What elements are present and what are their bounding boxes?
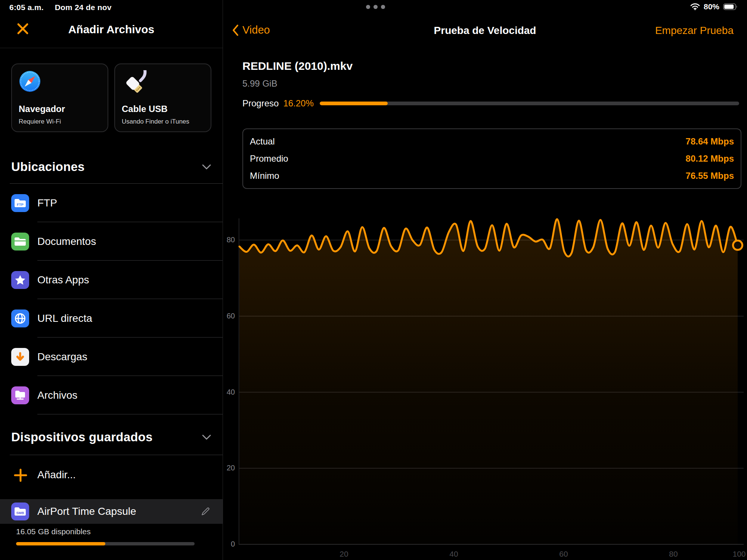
globe-icon	[11, 309, 29, 327]
multitask-dots-icon[interactable]	[366, 5, 385, 9]
y-tick-label: 40	[217, 388, 235, 396]
header-divider	[0, 48, 223, 48]
usb-cable-icon	[122, 70, 153, 102]
ftp-folder-icon: FTP	[11, 194, 29, 212]
stat-row-actual: Actual 78.64 Mbps	[243, 133, 741, 150]
section-ubicaciones[interactable]: Ubicaciones	[11, 160, 211, 174]
pencil-icon[interactable]	[200, 506, 211, 517]
card-title: Navegador	[19, 104, 65, 114]
speed-chart: 020406080 20406080100	[239, 209, 744, 560]
file-name: REDLINE (2010).mkv	[242, 60, 353, 72]
y-tick-label: 60	[217, 312, 235, 320]
progress-percent: 16.20%	[283, 98, 313, 109]
storage-bar	[16, 542, 195, 545]
list-item-ftp[interactable]: FTP FTP	[0, 184, 223, 222]
locations-list: FTP FTP Documentos Otras Apps	[0, 184, 223, 414]
y-tick-label: 20	[217, 464, 235, 472]
add-device-row[interactable]: Añadir...	[0, 456, 223, 494]
wifi-icon	[690, 3, 700, 10]
stat-label: Promedio	[250, 153, 288, 164]
y-tick-label: 0	[217, 540, 235, 548]
svg-text:FTP: FTP	[17, 202, 24, 206]
battery-percent: 80%	[704, 2, 719, 11]
chart-area-fill	[239, 219, 738, 544]
speed-chart-svg	[239, 209, 744, 560]
stat-value: 80.12 Mbps	[686, 153, 734, 164]
section-title: Ubicaciones	[11, 160, 85, 174]
svg-text:SMB: SMB	[16, 511, 24, 515]
progress-label: Progreso	[242, 98, 279, 109]
chevron-down-icon	[202, 164, 211, 170]
star-icon	[11, 271, 29, 289]
list-item-label: URL directa	[37, 312, 92, 324]
speed-stats-card: Actual 78.64 Mbps Promedio 80.12 Mbps Mí…	[242, 128, 741, 189]
saved-device-row[interactable]: SMB AirPort Time Capsule	[0, 499, 223, 524]
add-device-label: Añadir...	[37, 469, 76, 481]
stat-label: Actual	[250, 136, 275, 147]
x-tick-label: 40	[443, 550, 465, 559]
list-item-otras-apps[interactable]: Otras Apps	[0, 261, 223, 299]
section-title: Dispositivos guardados	[11, 430, 152, 444]
card-subtitle: Usando Finder o iTunes	[122, 118, 189, 125]
start-test-button[interactable]: Empezar Prueba	[655, 25, 734, 37]
status-bar-left: 6:05 a.m.Dom 24 de nov	[9, 3, 123, 12]
list-item-label: Otras Apps	[37, 274, 89, 286]
x-tick-label: 20	[333, 550, 355, 559]
list-item-documentos[interactable]: Documentos	[0, 222, 223, 261]
list-item-label: Archivos	[37, 389, 77, 401]
battery-icon	[723, 3, 738, 10]
network-folder-icon	[11, 386, 29, 404]
section-divider	[10, 455, 223, 455]
x-tick-label: 60	[552, 550, 575, 559]
add-files-panel: 6:05 a.m.Dom 24 de nov Añadir Archivos N…	[0, 0, 223, 560]
status-bar-right: 80%	[690, 2, 738, 11]
stat-value: 76.55 Mbps	[686, 171, 734, 181]
smb-folder-icon: SMB	[11, 503, 29, 520]
section-dispositivos-guardados[interactable]: Dispositivos guardados	[11, 430, 211, 444]
download-arrow-icon	[11, 348, 29, 366]
list-item-label: Descargas	[37, 351, 87, 363]
plus-icon	[13, 468, 28, 482]
x-tick-label: 100	[728, 550, 747, 559]
transfer-progress: Progreso 16.20%	[242, 98, 739, 109]
stat-value: 78.64 Mbps	[686, 136, 734, 147]
list-item-label: FTP	[37, 197, 57, 209]
date: Dom 24 de nov	[55, 3, 112, 12]
progress-bar-fill	[320, 102, 388, 105]
list-item-archivos[interactable]: Archivos	[0, 376, 223, 414]
list-item-url-directa[interactable]: URL directa	[0, 299, 223, 337]
card-subtitle: Requiere Wi-Fi	[19, 118, 61, 125]
clock: 6:05 a.m.	[9, 3, 44, 12]
card-title: Cable USB	[122, 104, 168, 114]
device-name: AirPort Time Capsule	[37, 505, 136, 517]
list-item-label: Documentos	[37, 236, 96, 248]
speed-test-panel: 80% Video Prueba de Velocidad Empezar Pr…	[223, 0, 747, 560]
y-tick-label: 80	[217, 236, 235, 244]
x-tick-label: 80	[662, 550, 685, 559]
row-separator	[37, 414, 223, 414]
browser-card[interactable]: Navegador Requiere Wi-Fi	[11, 63, 108, 132]
progress-bar	[320, 102, 739, 105]
storage-bar-fill	[16, 542, 105, 545]
chart-end-marker-icon	[733, 240, 743, 250]
nav-bar: Video Prueba de Velocidad Empezar Prueba	[223, 22, 747, 41]
safari-icon	[19, 70, 41, 93]
documents-folder-icon	[11, 233, 29, 251]
page-title: Añadir Archivos	[0, 23, 223, 36]
chevron-down-icon	[202, 434, 211, 440]
usb-cable-card[interactable]: Cable USB Usando Finder o iTunes	[114, 63, 211, 132]
transfer-method-cards: Navegador Requiere Wi-Fi Cable USB Usand…	[11, 63, 211, 132]
storage-available-text: 16.05 GB disponibles	[16, 527, 207, 536]
list-item-descargas[interactable]: Descargas	[0, 337, 223, 376]
file-size: 5.99 GiB	[242, 78, 277, 89]
stat-row-promedio: Promedio 80.12 Mbps	[243, 150, 741, 167]
stat-row-minimo: Mínimo 76.55 Mbps	[243, 167, 741, 184]
storage-info: 16.05 GB disponibles	[16, 527, 207, 545]
stat-label: Mínimo	[250, 171, 279, 181]
